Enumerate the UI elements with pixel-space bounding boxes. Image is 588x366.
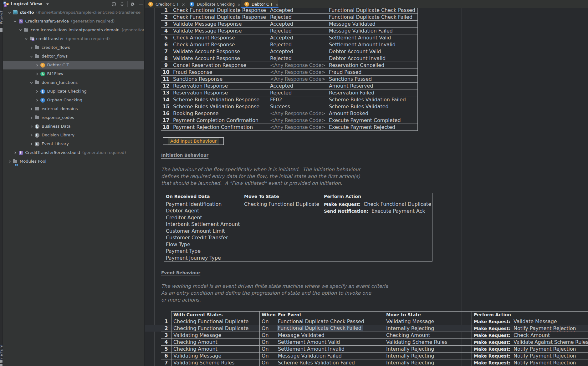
response-row: 3Validate Message ResponseAcceptedMessag… [161, 21, 418, 28]
response-result: Functional Duplicate Check Failed [327, 14, 418, 21]
dropdown-caret-icon[interactable] [46, 3, 49, 5]
response-result: Amount Booked [327, 110, 418, 117]
row-number: 11 [161, 76, 171, 83]
move-to-state-cell: Internally Rejecting [384, 359, 472, 366]
panel-splitter[interactable] [144, 0, 145, 366]
initiation-behaviour-heading: Initiation Behaviour [161, 153, 208, 158]
response-code: Accepted [268, 21, 327, 28]
chevron-right-icon[interactable] [29, 45, 34, 50]
tab-creditor-c-t[interactable]: FCreditor C T [145, 0, 186, 8]
for-event-cell: Settlement Amount Invalid [276, 346, 384, 353]
tree-item-domain-functions[interactable]: domain_functions [3, 78, 144, 87]
chevron-right-icon[interactable] [34, 63, 39, 68]
tree-item-rt1flow[interactable]: SRt1Flow [3, 69, 144, 78]
chevron-right-icon[interactable] [34, 71, 39, 76]
chevron-right-icon[interactable] [13, 150, 18, 155]
response-event: Validate Account Response [171, 55, 268, 62]
chevron-down-icon[interactable] [29, 54, 34, 59]
response-result: Scheme Rules Validated [327, 103, 418, 110]
for-event-cell: Message Validation Failed [276, 353, 384, 359]
response-code: Rejected [268, 89, 327, 96]
event-row: 3Validating MessageOnMessage ValidatedCh… [161, 332, 588, 339]
close-icon[interactable] [238, 3, 241, 6]
tree-item-orphan-checking[interactable]: EOrphan Checking [3, 96, 144, 104]
close-icon[interactable] [275, 3, 279, 6]
current-states-cell: Checking Functional Duplicate [171, 318, 260, 325]
chevron-right-icon[interactable] [29, 115, 34, 120]
tree-item-response-codes[interactable]: response_codes [3, 113, 144, 122]
chevron-down-icon[interactable] [18, 28, 23, 33]
tree-item-label: Business Data [42, 122, 71, 131]
chevron-down-icon[interactable] [7, 10, 12, 15]
tab-debtor-c-t[interactable]: FDebtor C T [241, 0, 279, 8]
for-event-cell: Settlement Amount Valid [276, 339, 384, 346]
tree-item-business-data[interactable]: LBusiness Data [3, 122, 144, 131]
event-text: Message Validation Failed [278, 353, 342, 359]
chevron-down-icon[interactable] [13, 19, 18, 24]
response-row: 10Fraud Response<Any Response Code>Fraud… [161, 69, 418, 76]
tree-item-duplicate-checking[interactable]: EDuplicate Checking [3, 87, 144, 96]
tree-item-annotation: (generation required) [66, 34, 110, 43]
row-number: 3 [161, 21, 171, 28]
action-text: Make Request: Validate Message [474, 318, 557, 324]
response-code: Rejected [268, 41, 327, 48]
header-separator [127, 1, 128, 7]
response-event: Validate Message Response [171, 28, 268, 34]
view-mode-title[interactable]: Logical View [11, 0, 42, 8]
add-input-behaviour-button[interactable]: Add Input Behaviour [163, 137, 224, 145]
flow-s-icon: S [40, 71, 46, 77]
response-row: 4Validate Message ResponseRejectedMessag… [161, 28, 418, 34]
tree-item-external-domains[interactable]: external_domains [3, 104, 144, 113]
response-event: Validate Account Response [171, 48, 268, 55]
project-stripe-tab[interactable]: Project [0, 10, 3, 24]
tree-item-cts-flo[interactable]: cts-flo(/home/tomb/repos/sample-client/c… [3, 8, 144, 17]
tree-item-modules-pool[interactable]: Modules Pool [3, 157, 144, 166]
tree-item-label: debtor_flows [42, 52, 68, 61]
close-icon[interactable] [182, 3, 185, 6]
locate-icon[interactable] [111, 2, 116, 7]
received-data-item: Payment Journey Type [166, 255, 242, 261]
gear-icon[interactable] [130, 2, 135, 7]
initial-state: Checking Functional Duplicate [244, 201, 322, 207]
tree-item-label: response_codes [42, 113, 74, 122]
chevron-right-icon[interactable] [34, 89, 39, 94]
tree-item-creditor-flows[interactable]: creditor_flows [3, 43, 144, 52]
tree-item-credittransferservice-build[interactable]: SCreditTransferService.build(generation … [3, 148, 144, 157]
tree-item-label: external_domains [42, 104, 78, 113]
flow-icon: F [244, 2, 250, 7]
response-result: Message Validation Failed [327, 28, 418, 34]
tree-item-debtor-c-t[interactable]: FDebtor C T [3, 61, 144, 69]
response-result: Debtor Account Invalid [327, 55, 418, 62]
tree-item-com-iconsolutions-instantpayments-domain[interactable]: com.iconsolutions.instantpayments.domain… [3, 26, 144, 34]
tree-item-credittransferservice[interactable]: SCreditTransferService(generation requir… [3, 17, 144, 26]
received-data-item: Payment Identification [166, 201, 242, 207]
chevron-right-icon[interactable] [29, 141, 34, 146]
tree-item-event-library[interactable]: LEvent Library [3, 140, 144, 148]
row-number: 2 [161, 14, 171, 21]
collapse-all-icon[interactable] [120, 2, 125, 7]
response-event: Check Amount Response [171, 34, 268, 41]
row-number: 1 [161, 8, 171, 14]
chevron-down-icon[interactable] [23, 36, 28, 41]
row-number: 5 [161, 34, 171, 41]
chevron-right-icon[interactable] [29, 106, 34, 111]
chevron-right-icon[interactable] [7, 159, 12, 164]
chevron-down-icon[interactable] [29, 80, 34, 85]
tree-item-debtor-flows[interactable]: debtor_flows [3, 52, 144, 61]
received-data-item: Customer Credit Transfer [166, 234, 242, 241]
tree-item-credittransfer[interactable]: Mcredittransfer(generation required) [3, 34, 144, 43]
response-event: Scheme Rules Validation Response [171, 96, 268, 103]
chevron-right-icon[interactable] [29, 124, 34, 129]
hide-icon[interactable] [138, 2, 143, 7]
tab-duplicate-checking[interactable]: EDuplicate Checking [186, 0, 241, 8]
initiation-table: On Received DataMove To StatePerform Act… [164, 193, 432, 262]
chevron-right-icon[interactable] [29, 133, 34, 138]
action-label: Make Request: [474, 326, 510, 331]
response-result: Execute Payment Rejected [327, 124, 418, 131]
response-row: 14Scheme Rules Validation ResponseFF02Sc… [161, 96, 418, 103]
tree-item-decision-library[interactable]: LDecision Library [3, 131, 144, 140]
service-icon: S [18, 150, 24, 155]
response-result: Scheme Rules Validation Failed [327, 96, 418, 103]
selected-text: Functional Duplicate Check Failed [277, 325, 363, 331]
chevron-right-icon[interactable] [34, 98, 39, 103]
